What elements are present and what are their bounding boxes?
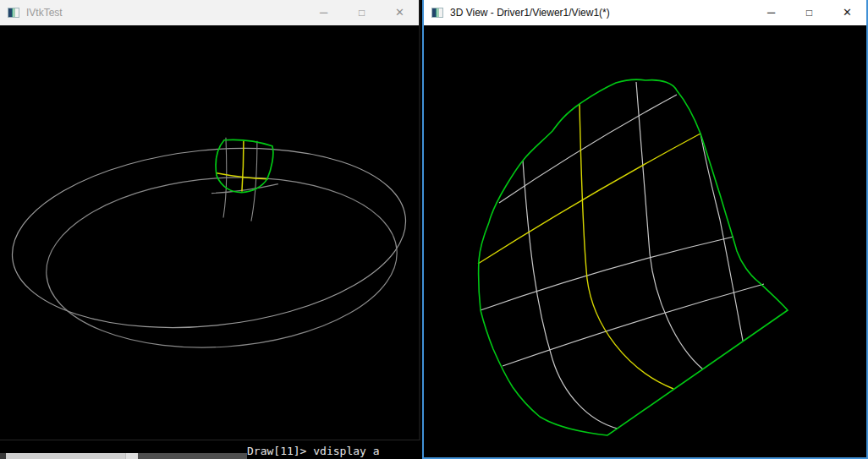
ring-outer-ellipse <box>3 130 415 346</box>
console-scrollbar-thumb[interactable] <box>138 453 247 459</box>
surface-yellow-isoline-v <box>580 104 673 389</box>
view3d-caption-controls: ─ □ ✕ <box>752 0 866 25</box>
minimize-button[interactable]: ─ <box>752 0 790 25</box>
surface-green-boundary <box>479 79 788 435</box>
surface-white-isoline-u3 <box>481 237 733 310</box>
surface-white-isoline-v1 <box>523 161 618 429</box>
close-button[interactable]: ✕ <box>381 0 419 25</box>
surface-white-isoline-u1 <box>499 95 677 203</box>
surface-white-isoline-v2 <box>636 82 703 369</box>
patch-gray-isoline-v2 <box>251 141 257 221</box>
close-button[interactable]: ✕ <box>828 0 866 25</box>
ring-inner-ellipse <box>41 166 403 358</box>
console-window-strip: Draw[11]> vdisplay a <box>0 438 426 459</box>
ivtktest-titlebar[interactable]: IVtkTest ─ □ ✕ <box>0 0 419 25</box>
console-scrollbar-end[interactable] <box>0 453 6 459</box>
occt-3d-viewport[interactable] <box>424 25 866 457</box>
surface-white-isoline-v3 <box>700 134 743 341</box>
ivtktest-window: IVtkTest ─ □ ✕ <box>0 0 420 440</box>
vtk-3d-viewport[interactable] <box>0 25 419 440</box>
surface-yellow-isoline-u <box>478 134 700 264</box>
ivtktest-caption-controls: ─ □ ✕ <box>305 0 419 25</box>
maximize-button[interactable]: □ <box>790 0 828 25</box>
view3d-window: 3D View - Driver1/Viewer1/View1(*) ─ □ ✕ <box>422 0 868 459</box>
ivtktest-window-title: IVtkTest <box>26 7 63 19</box>
minimize-button[interactable]: ─ <box>305 0 343 25</box>
console-scrollbar-track[interactable] <box>6 453 125 459</box>
desktop-screen: Draw[11]> vdisplay a IVtkTest ─ □ ✕ <box>0 0 868 459</box>
view3d-titlebar[interactable]: 3D View - Driver1/Viewer1/View1(*) ─ □ ✕ <box>424 0 866 25</box>
console-prompt-text: Draw[11]> vdisplay a <box>247 444 380 459</box>
console-scrollbar-track-segment[interactable] <box>125 453 139 459</box>
view3d-window-title: 3D View - Driver1/Viewer1/View1(*) <box>450 7 610 19</box>
app-icon <box>431 8 443 18</box>
patch-green-boundary <box>216 139 273 192</box>
app-icon <box>8 8 19 18</box>
maximize-button[interactable]: □ <box>343 0 381 25</box>
